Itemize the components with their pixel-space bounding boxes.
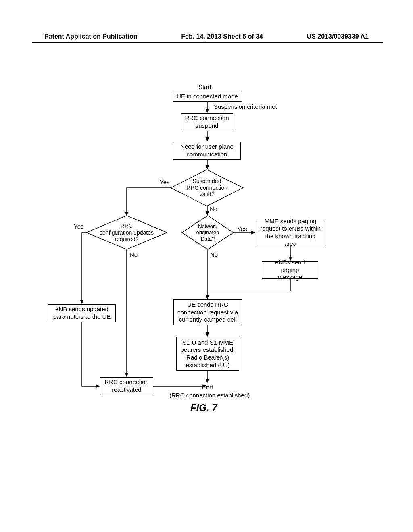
box-ue-connected: UE in connected mode <box>173 91 242 102</box>
updates-no: No <box>130 251 138 258</box>
end-label: End <box>202 384 213 391</box>
box-s1-bearers: S1-U and S1-MME bearers established, Rad… <box>176 337 239 371</box>
valid-no: No <box>210 206 217 212</box>
figure-label: FIG. 7 <box>190 402 217 414</box>
end-sub: (RRC connection established) <box>169 392 250 399</box>
box-enb-updated: eNB sends updated parameters to the UE <box>48 304 116 322</box>
box-rrc-suspend: RRC connection suspend <box>181 113 233 131</box>
box-ue-sends-rrc: UE sends RRC connection request via curr… <box>173 299 242 325</box>
box-mme-paging: MME sends paging request to eNBs within … <box>256 220 325 245</box>
edge-suspension-label: Suspension criteria met <box>214 103 277 110</box>
network-yes: Yes <box>237 225 247 232</box>
updates-yes: Yes <box>74 223 83 230</box>
network-no: No <box>210 251 218 258</box>
box-reactivated: RRC connection reactivated <box>100 377 153 395</box>
diamond-network: Network originated Data? <box>181 215 234 250</box>
diamond-valid: Suspended RRC connection valid? <box>170 169 244 206</box>
connector-lines <box>0 0 413 532</box>
start-label: Start <box>198 83 211 90</box>
box-need-userplane: Need for user plane communication <box>173 142 241 160</box>
valid-yes: Yes <box>160 179 169 185</box>
box-enbs-paging: eNBs send paging message <box>262 261 318 279</box>
diamond-updates: RRC configuration updates required? <box>86 215 167 250</box>
